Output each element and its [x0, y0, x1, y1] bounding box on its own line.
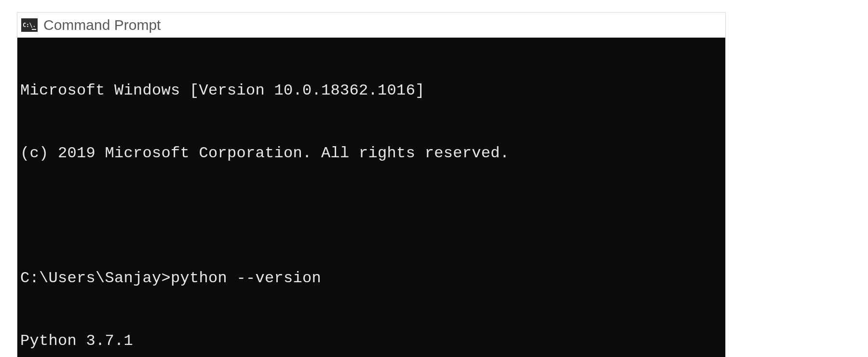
- command-prompt-window: C:\. Command Prompt Microsoft Windows [V…: [17, 12, 726, 357]
- history-prompt-0: C:\Users\Sanjay>: [20, 269, 171, 287]
- banner-version: Microsoft Windows [Version 10.0.18362.10…: [20, 80, 722, 101]
- banner-copyright: (c) 2019 Microsoft Corporation. All righ…: [20, 143, 722, 164]
- blank-line: [20, 206, 722, 226]
- history-output-0: Python 3.7.1: [20, 330, 722, 351]
- history-command-0: python --version: [171, 269, 321, 287]
- titlebar[interactable]: C:\. Command Prompt: [17, 13, 725, 38]
- terminal-body[interactable]: Microsoft Windows [Version 10.0.18362.10…: [17, 38, 725, 357]
- history-line-0: C:\Users\Sanjay>python --version: [20, 268, 722, 288]
- cmd-icon: C:\.: [21, 18, 38, 32]
- window-title: Command Prompt: [43, 17, 161, 33]
